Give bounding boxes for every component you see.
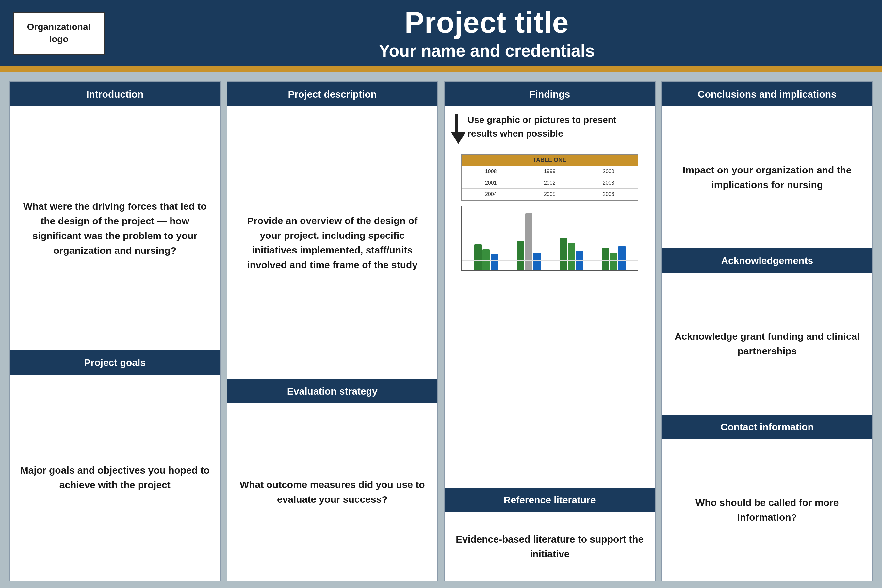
conclusions-body: Impact on your organization and the impl… <box>662 106 873 248</box>
desc-text: Provide an overview of the design of you… <box>237 213 429 272</box>
ack-body: Acknowledge grant funding and clinical p… <box>662 273 873 414</box>
ref-text: Evidence-based literature to support the… <box>451 532 648 561</box>
bar-4-2 <box>610 252 617 270</box>
table-cell-2-3: 2003 <box>579 177 638 189</box>
desc-header: Project description <box>227 82 438 106</box>
conclusions-text: Impact on your organization and the impl… <box>670 163 865 192</box>
table-cell-2-2: 2002 <box>520 177 579 189</box>
table-cell-3-2: 2005 <box>520 189 579 200</box>
page-header: Organizational logo Project title Your n… <box>0 0 882 66</box>
bar-3-2 <box>568 243 575 270</box>
gold-divider <box>0 66 882 72</box>
conclusions-header: Conclusions and implications <box>662 82 873 106</box>
bar-1-3 <box>490 254 498 270</box>
eval-text: What outcome measures did you use to eva… <box>237 477 429 507</box>
eval-body: What outcome measures did you use to eva… <box>227 404 438 581</box>
bar-group-2 <box>517 213 541 270</box>
bar-1-2 <box>483 249 490 270</box>
org-logo: Organizational logo <box>13 12 105 54</box>
findings-header: Findings <box>445 82 655 106</box>
bar-group-1 <box>474 244 498 270</box>
main-content: Introduction What were the driving force… <box>0 72 882 588</box>
bar-1-1 <box>474 244 482 270</box>
table-row-2: 2001 2002 2003 <box>462 177 638 189</box>
author-credentials: Your name and credentials <box>105 41 869 60</box>
bar-2-2 <box>525 213 532 270</box>
desc-body: Provide an overview of the design of you… <box>227 106 438 379</box>
findings-table: TABLE ONE 1998 1999 2000 2001 2002 2003 … <box>461 154 638 201</box>
ref-body: Evidence-based literature to support the… <box>445 512 655 581</box>
contact-body: Who should be called for more informatio… <box>662 439 873 581</box>
table-cell-1-3: 2000 <box>579 166 638 177</box>
table-row-3: 2004 2005 2006 <box>462 189 638 200</box>
ack-text: Acknowledge grant funding and clinical p… <box>670 329 865 358</box>
findings-body: Use graphic or pictures to present resul… <box>445 106 655 488</box>
table-cell-1-1: 1998 <box>462 166 520 177</box>
table-title: TABLE ONE <box>462 155 638 166</box>
column-3: Findings Use graphic or pictures to pres… <box>444 81 656 582</box>
project-title: Project title <box>105 6 869 39</box>
findings-instruction: Use graphic or pictures to present resul… <box>468 113 648 141</box>
column-1: Introduction What were the driving force… <box>9 81 221 582</box>
ref-header: Reference literature <box>445 488 655 512</box>
table-cell-3-3: 2006 <box>579 189 638 200</box>
bar-3-1 <box>560 238 567 270</box>
table-cell-2-1: 2001 <box>462 177 520 189</box>
findings-content: Use graphic or pictures to present resul… <box>451 113 648 271</box>
arrow-shaft <box>455 114 458 132</box>
arrow-head <box>451 132 465 144</box>
header-title-area: Project title Your name and credentials <box>105 6 869 60</box>
bar-2-1 <box>517 241 524 270</box>
bar-4-1 <box>602 248 609 270</box>
bar-chart <box>461 206 638 271</box>
bar-group-3 <box>560 238 583 270</box>
contact-header: Contact information <box>662 414 873 439</box>
table-cell-3-1: 2004 <box>462 189 520 200</box>
contact-text: Who should be called for more informatio… <box>670 495 865 525</box>
eval-header: Evaluation strategy <box>227 379 438 404</box>
column-2: Project description Provide an overview … <box>227 81 438 582</box>
column-4: Conclusions and implications Impact on y… <box>662 81 873 582</box>
bar-3-3 <box>576 251 583 270</box>
table-row-1: 1998 1999 2000 <box>462 166 638 177</box>
ack-header: Acknowledgements <box>662 248 873 273</box>
table-cell-1-2: 1999 <box>520 166 579 177</box>
intro-text: What were the driving forces that led to… <box>19 199 211 258</box>
bar-2-3 <box>534 252 541 270</box>
intro-header: Introduction <box>10 82 220 106</box>
bar-group-4 <box>602 246 626 270</box>
intro-body: What were the driving forces that led to… <box>10 106 220 350</box>
bar-4-3 <box>618 246 626 270</box>
goals-header: Project goals <box>10 350 220 375</box>
goals-body: Major goals and objectives you hoped to … <box>10 375 220 581</box>
goals-text: Major goals and objectives you hoped to … <box>19 463 211 492</box>
